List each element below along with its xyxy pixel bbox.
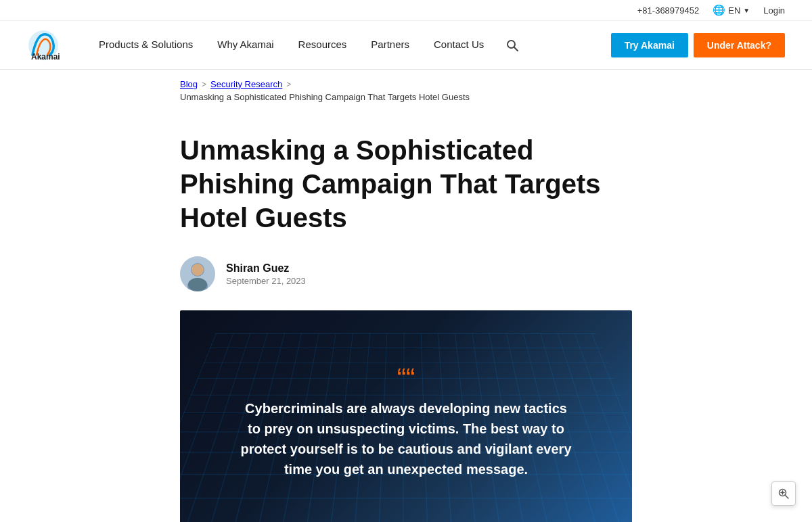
hero-text-block: ““ Cybercriminals are always developing … (210, 351, 602, 493)
phone-number[interactable]: +81-368979452 (637, 5, 699, 16)
main-content: Unmasking a Sophisticated Phishing Campa… (0, 106, 812, 522)
author-info: Shiran Guez September 21, 2023 (226, 262, 306, 286)
try-akamai-button[interactable]: Try Akamai (611, 33, 688, 57)
under-attack-button[interactable]: Under Attack? (694, 33, 785, 57)
article-title: Unmasking a Sophisticated Phishing Campa… (180, 133, 654, 235)
header-main: Akamai Products & Solutions Why Akamai R… (0, 21, 812, 70)
breadcrumb-blog[interactable]: Blog (180, 79, 198, 89)
nav-contact-us[interactable]: Contact Us (422, 21, 496, 70)
svg-line-3 (514, 47, 518, 51)
language-label: EN (728, 5, 740, 16)
globe-icon: 🌐 (713, 4, 725, 16)
logo[interactable]: Akamai (27, 29, 60, 62)
breadcrumb: Blog > Security Research > Unmasking a S… (0, 70, 812, 106)
header-topbar: +81-368979452 🌐 EN ▼ Login (0, 0, 812, 21)
main-nav: Products & Solutions Why Akamai Resource… (87, 21, 611, 70)
language-selector[interactable]: 🌐 EN ▼ (713, 4, 750, 16)
svg-point-7 (191, 264, 204, 276)
zoom-icon (777, 488, 790, 500)
svg-point-8 (188, 278, 207, 291)
breadcrumb-sep-1: > (202, 80, 206, 89)
zoom-button[interactable] (771, 481, 796, 506)
author-date: September 21, 2023 (226, 276, 306, 286)
author-name: Shiran Guez (226, 262, 306, 275)
svg-text:Akamai: Akamai (31, 52, 60, 62)
avatar-image (180, 256, 215, 291)
author-avatar (180, 256, 215, 291)
quote-mark-icon: ““ (237, 364, 575, 392)
login-link[interactable]: Login (763, 5, 785, 16)
header-cta-buttons: Try Akamai Under Attack? (611, 33, 785, 57)
hero-quote-text: Cybercriminals are always developing new… (237, 398, 575, 479)
breadcrumb-security-research[interactable]: Security Research (210, 79, 282, 89)
nav-products-solutions[interactable]: Products & Solutions (87, 21, 205, 70)
author-row: Shiran Guez September 21, 2023 (180, 256, 785, 291)
nav-why-akamai[interactable]: Why Akamai (205, 21, 286, 70)
search-button[interactable] (501, 34, 523, 56)
search-icon (505, 39, 519, 52)
hero-image: ““ Cybercriminals are always developing … (180, 310, 632, 522)
svg-line-10 (786, 496, 789, 499)
nav-partners[interactable]: Partners (359, 21, 422, 70)
chevron-down-icon: ▼ (743, 7, 750, 14)
akamai-logo-icon: Akamai (27, 29, 60, 62)
breadcrumb-sep-2: > (286, 80, 291, 89)
breadcrumb-current-page: Unmasking a Sophisticated Phishing Campa… (180, 92, 785, 102)
nav-resources[interactable]: Resources (286, 21, 359, 70)
